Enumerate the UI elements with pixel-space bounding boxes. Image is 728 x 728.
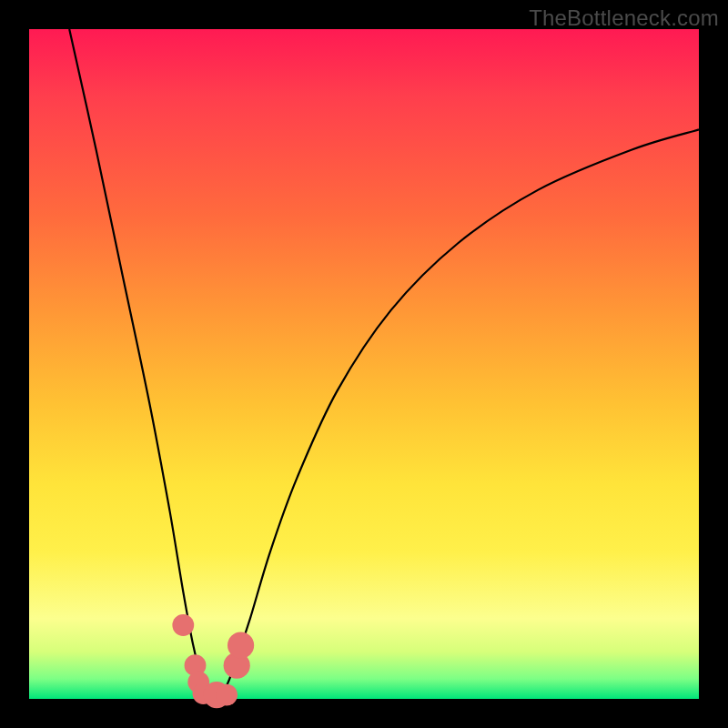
bottleneck-curve bbox=[69, 29, 699, 701]
chart-svg bbox=[29, 29, 699, 699]
curve-marker bbox=[216, 684, 238, 706]
watermark-text: TheBottleneck.com bbox=[529, 5, 719, 31]
curve-marker bbox=[228, 632, 254, 659]
curve-markers bbox=[172, 614, 254, 708]
chart-frame: TheBottleneck.com bbox=[0, 0, 728, 728]
curve-marker bbox=[172, 614, 194, 636]
chart-plot-area bbox=[29, 29, 699, 699]
